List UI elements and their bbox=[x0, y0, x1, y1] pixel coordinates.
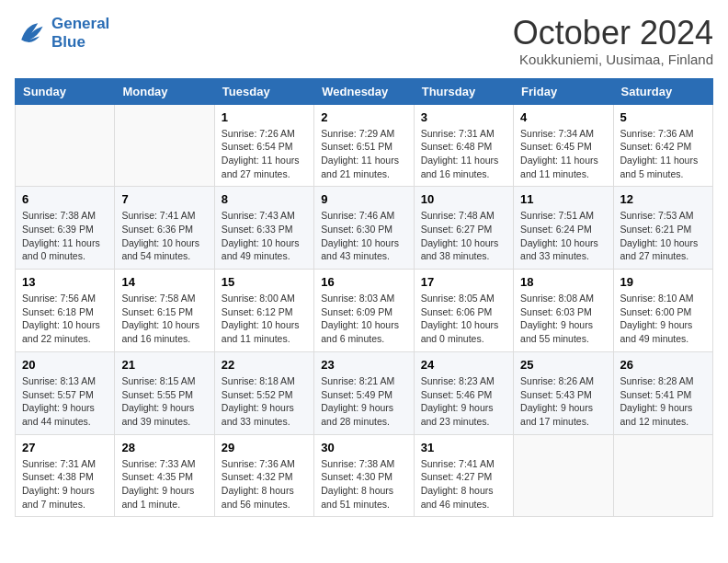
weekday-header: Friday bbox=[514, 78, 613, 104]
day-detail: Sunrise: 7:34 AM Sunset: 6:45 PM Dayligh… bbox=[520, 127, 606, 181]
calendar-cell: 5Sunrise: 7:36 AM Sunset: 6:42 PM Daylig… bbox=[613, 104, 712, 187]
day-detail: Sunrise: 7:26 AM Sunset: 6:54 PM Dayligh… bbox=[222, 127, 307, 181]
calendar-cell: 16Sunrise: 8:03 AM Sunset: 6:09 PM Dayli… bbox=[314, 270, 414, 352]
calendar-cell bbox=[115, 104, 214, 187]
day-detail: Sunrise: 8:00 AM Sunset: 6:12 PM Dayligh… bbox=[222, 292, 307, 346]
day-detail: Sunrise: 8:05 AM Sunset: 6:06 PM Dayligh… bbox=[421, 292, 506, 346]
day-number: 25 bbox=[520, 358, 606, 372]
day-number: 11 bbox=[520, 192, 606, 206]
calendar-cell: 1Sunrise: 7:26 AM Sunset: 6:54 PM Daylig… bbox=[214, 104, 313, 187]
day-detail: Sunrise: 8:15 AM Sunset: 5:55 PM Dayligh… bbox=[121, 374, 207, 429]
calendar-cell: 25Sunrise: 8:26 AM Sunset: 5:43 PM Dayli… bbox=[514, 351, 613, 434]
day-number: 4 bbox=[520, 110, 606, 124]
day-detail: Sunrise: 7:43 AM Sunset: 6:33 PM Dayligh… bbox=[222, 209, 307, 263]
calendar-cell bbox=[514, 434, 613, 517]
day-number: 17 bbox=[421, 275, 506, 289]
day-number: 26 bbox=[620, 358, 706, 372]
calendar-table: SundayMondayTuesdayWednesdayThursdayFrid… bbox=[15, 78, 713, 518]
day-number: 7 bbox=[121, 192, 207, 206]
day-detail: Sunrise: 7:36 AM Sunset: 4:32 PM Dayligh… bbox=[222, 457, 307, 511]
calendar-cell: 28Sunrise: 7:33 AM Sunset: 4:35 PM Dayli… bbox=[115, 434, 214, 517]
day-detail: Sunrise: 7:41 AM Sunset: 4:27 PM Dayligh… bbox=[421, 457, 506, 511]
calendar-week-row: 1Sunrise: 7:26 AM Sunset: 6:54 PM Daylig… bbox=[16, 104, 713, 187]
day-number: 23 bbox=[321, 358, 406, 372]
day-detail: Sunrise: 7:29 AM Sunset: 6:51 PM Dayligh… bbox=[321, 127, 406, 181]
day-detail: Sunrise: 7:36 AM Sunset: 6:42 PM Dayligh… bbox=[620, 127, 706, 181]
page-title: October 2024 bbox=[513, 15, 713, 52]
calendar-cell: 12Sunrise: 7:53 AM Sunset: 6:21 PM Dayli… bbox=[613, 187, 712, 270]
day-number: 31 bbox=[421, 441, 506, 454]
calendar-cell: 10Sunrise: 7:48 AM Sunset: 6:27 PM Dayli… bbox=[414, 187, 513, 270]
day-number: 29 bbox=[222, 441, 307, 454]
day-detail: Sunrise: 8:23 AM Sunset: 5:46 PM Dayligh… bbox=[421, 374, 506, 429]
calendar-cell bbox=[613, 434, 712, 517]
calendar-cell: 15Sunrise: 8:00 AM Sunset: 6:12 PM Dayli… bbox=[214, 270, 313, 352]
weekday-header: Thursday bbox=[414, 78, 513, 104]
day-number: 28 bbox=[121, 441, 207, 454]
day-number: 12 bbox=[620, 192, 706, 206]
calendar-cell: 19Sunrise: 8:10 AM Sunset: 6:00 PM Dayli… bbox=[613, 270, 712, 352]
day-number: 24 bbox=[421, 358, 506, 372]
page-header: General Blue October 2024 Koukkuniemi, U… bbox=[15, 15, 713, 67]
page-subtitle: Koukkuniemi, Uusimaa, Finland bbox=[513, 52, 713, 67]
calendar-week-row: 20Sunrise: 8:13 AM Sunset: 5:57 PM Dayli… bbox=[16, 351, 713, 434]
calendar-cell: 2Sunrise: 7:29 AM Sunset: 6:51 PM Daylig… bbox=[314, 104, 414, 187]
day-detail: Sunrise: 7:51 AM Sunset: 6:24 PM Dayligh… bbox=[520, 209, 606, 263]
weekday-header: Wednesday bbox=[314, 78, 414, 104]
calendar-cell: 23Sunrise: 8:21 AM Sunset: 5:49 PM Dayli… bbox=[314, 351, 414, 434]
day-detail: Sunrise: 8:26 AM Sunset: 5:43 PM Dayligh… bbox=[520, 374, 606, 429]
calendar-cell: 18Sunrise: 8:08 AM Sunset: 6:03 PM Dayli… bbox=[514, 270, 613, 352]
calendar-cell: 20Sunrise: 8:13 AM Sunset: 5:57 PM Dayli… bbox=[16, 351, 115, 434]
day-number: 22 bbox=[222, 358, 307, 372]
day-number: 20 bbox=[22, 358, 108, 372]
calendar-cell: 11Sunrise: 7:51 AM Sunset: 6:24 PM Dayli… bbox=[514, 187, 613, 270]
day-detail: Sunrise: 8:28 AM Sunset: 5:41 PM Dayligh… bbox=[620, 374, 706, 429]
weekday-header: Monday bbox=[115, 78, 214, 104]
day-number: 10 bbox=[421, 192, 506, 206]
day-detail: Sunrise: 7:56 AM Sunset: 6:18 PM Dayligh… bbox=[22, 292, 108, 346]
day-detail: Sunrise: 7:38 AM Sunset: 6:39 PM Dayligh… bbox=[22, 209, 108, 263]
day-detail: Sunrise: 7:53 AM Sunset: 6:21 PM Dayligh… bbox=[620, 209, 706, 263]
calendar-week-row: 27Sunrise: 7:31 AM Sunset: 4:38 PM Dayli… bbox=[16, 434, 713, 517]
calendar-cell: 17Sunrise: 8:05 AM Sunset: 6:06 PM Dayli… bbox=[414, 270, 513, 352]
day-detail: Sunrise: 8:08 AM Sunset: 6:03 PM Dayligh… bbox=[520, 292, 606, 346]
day-detail: Sunrise: 7:31 AM Sunset: 6:48 PM Dayligh… bbox=[421, 127, 506, 181]
day-number: 9 bbox=[321, 192, 406, 206]
calendar-cell: 22Sunrise: 8:18 AM Sunset: 5:52 PM Dayli… bbox=[214, 351, 313, 434]
calendar-cell bbox=[16, 104, 115, 187]
day-detail: Sunrise: 8:03 AM Sunset: 6:09 PM Dayligh… bbox=[321, 292, 406, 346]
weekday-header: Saturday bbox=[613, 78, 712, 104]
day-detail: Sunrise: 7:48 AM Sunset: 6:27 PM Dayligh… bbox=[421, 209, 506, 263]
calendar-cell: 6Sunrise: 7:38 AM Sunset: 6:39 PM Daylig… bbox=[16, 187, 115, 270]
day-number: 2 bbox=[321, 110, 406, 124]
calendar-cell: 29Sunrise: 7:36 AM Sunset: 4:32 PM Dayli… bbox=[214, 434, 313, 517]
calendar-cell: 3Sunrise: 7:31 AM Sunset: 6:48 PM Daylig… bbox=[414, 104, 513, 187]
weekday-header-row: SundayMondayTuesdayWednesdayThursdayFrid… bbox=[16, 78, 713, 104]
day-number: 5 bbox=[620, 110, 706, 124]
day-detail: Sunrise: 7:38 AM Sunset: 4:30 PM Dayligh… bbox=[321, 457, 406, 511]
day-number: 21 bbox=[121, 358, 207, 372]
calendar-cell: 7Sunrise: 7:41 AM Sunset: 6:36 PM Daylig… bbox=[115, 187, 214, 270]
day-number: 16 bbox=[321, 275, 406, 289]
calendar-cell: 30Sunrise: 7:38 AM Sunset: 4:30 PM Dayli… bbox=[314, 434, 414, 517]
day-detail: Sunrise: 8:21 AM Sunset: 5:49 PM Dayligh… bbox=[321, 374, 406, 429]
day-number: 1 bbox=[222, 110, 307, 124]
calendar-week-row: 6Sunrise: 7:38 AM Sunset: 6:39 PM Daylig… bbox=[16, 187, 713, 270]
day-detail: Sunrise: 7:58 AM Sunset: 6:15 PM Dayligh… bbox=[121, 292, 207, 346]
logo-icon bbox=[15, 17, 48, 50]
day-detail: Sunrise: 8:10 AM Sunset: 6:00 PM Dayligh… bbox=[620, 292, 706, 346]
weekday-header: Tuesday bbox=[214, 78, 313, 104]
day-number: 19 bbox=[620, 275, 706, 289]
day-detail: Sunrise: 7:46 AM Sunset: 6:30 PM Dayligh… bbox=[321, 209, 406, 263]
calendar-cell: 14Sunrise: 7:58 AM Sunset: 6:15 PM Dayli… bbox=[115, 270, 214, 352]
day-detail: Sunrise: 7:31 AM Sunset: 4:38 PM Dayligh… bbox=[22, 457, 108, 511]
calendar-cell: 26Sunrise: 8:28 AM Sunset: 5:41 PM Dayli… bbox=[613, 351, 712, 434]
title-block: October 2024 Koukkuniemi, Uusimaa, Finla… bbox=[513, 15, 713, 67]
day-number: 6 bbox=[22, 192, 108, 206]
day-number: 14 bbox=[121, 275, 207, 289]
weekday-header: Sunday bbox=[16, 78, 115, 104]
day-detail: Sunrise: 7:33 AM Sunset: 4:35 PM Dayligh… bbox=[121, 457, 207, 511]
logo-text: General Blue bbox=[51, 15, 109, 52]
calendar-cell: 27Sunrise: 7:31 AM Sunset: 4:38 PM Dayli… bbox=[16, 434, 115, 517]
calendar-cell: 9Sunrise: 7:46 AM Sunset: 6:30 PM Daylig… bbox=[314, 187, 414, 270]
